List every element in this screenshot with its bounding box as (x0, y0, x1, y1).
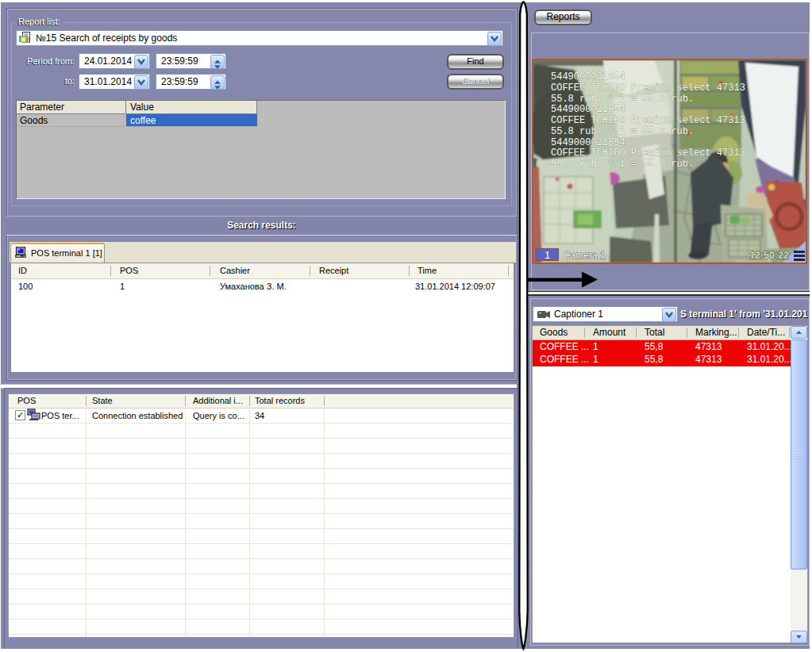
svg-text:55.8 rub. * 1 = 55.8 rub.: 55.8 rub. * 1 = 55.8 rub. (551, 159, 694, 170)
svg-text:55.8 rub. * 1 = 55.8 rub.: 55.8 rub. * 1 = 55.8 rub. (551, 126, 694, 137)
svg-text:Camera 1: Camera 1 (564, 250, 606, 261)
svg-text:5449000021854: 5449000021854 (551, 104, 625, 115)
svg-text:COFFEE TCHIBO Premium select 4: COFFEE TCHIBO Premium select 47313 (551, 148, 745, 159)
svg-text:55.8 rub. * 1 = 55.8 rub.: 55.8 rub. * 1 = 55.8 rub. (551, 94, 694, 105)
svg-text:12:50:22: 12:50:22 (749, 250, 789, 261)
svg-text:5449000021854: 5449000021854 (551, 137, 625, 148)
svg-text:COFFEE TCHIBO Premium select 4: COFFEE TCHIBO Premium select 47313 (551, 82, 745, 94)
svg-text:COFFEE TCHIBO Premium select 4: COFFEE TCHIBO Premium select 47313 (551, 115, 745, 126)
svg-text:5449000021854: 5449000021854 (551, 71, 625, 82)
svg-text:1: 1 (545, 249, 550, 261)
